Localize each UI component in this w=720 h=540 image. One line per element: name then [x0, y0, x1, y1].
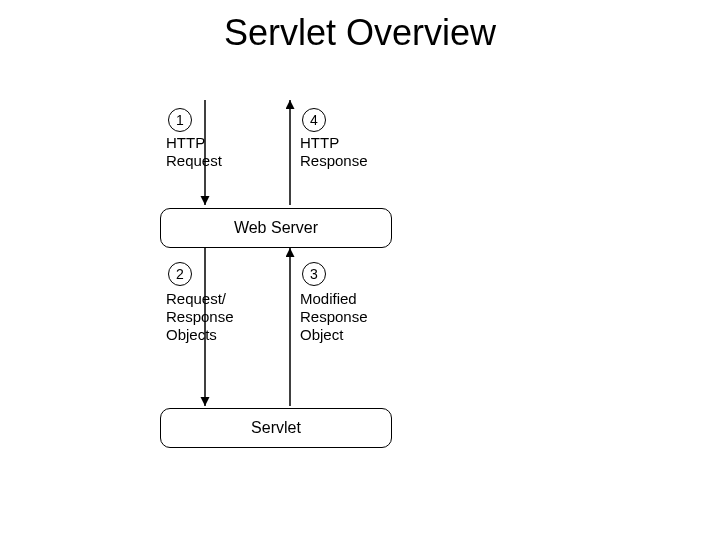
slide: Servlet Overview 1 4 HTTP Request HTTP R…	[0, 0, 720, 540]
label-http-response: HTTP Response	[300, 134, 368, 170]
servlet-diagram: 1 4 HTTP Request HTTP Response Web Serve…	[150, 100, 440, 460]
label-mod-resp-object: Modified Response Object	[300, 290, 368, 344]
step-4-badge: 4	[302, 108, 326, 132]
step-3-badge: 3	[302, 262, 326, 286]
step-1-badge: 1	[168, 108, 192, 132]
step-2-badge: 2	[168, 262, 192, 286]
page-title: Servlet Overview	[0, 12, 720, 54]
web-server-box: Web Server	[160, 208, 392, 248]
label-http-request: HTTP Request	[166, 134, 222, 170]
servlet-box: Servlet	[160, 408, 392, 448]
label-req-resp-objects: Request/ Response Objects	[166, 290, 234, 344]
